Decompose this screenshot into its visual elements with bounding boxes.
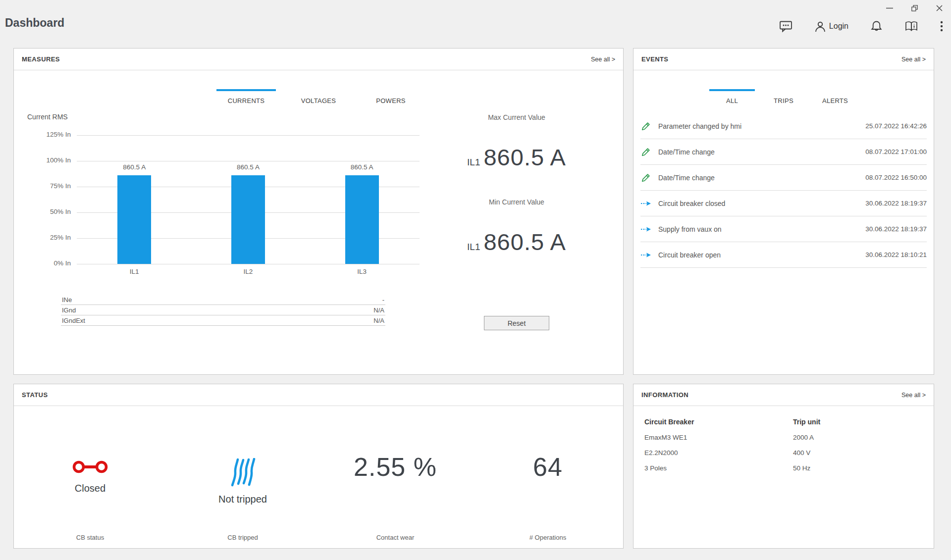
- event-text: Circuit breaker closed: [658, 200, 725, 207]
- kebab-menu-icon[interactable]: [940, 21, 943, 32]
- close-icon[interactable]: [934, 3, 944, 13]
- event-row[interactable]: Circuit breaker open 30.06.2022 18:10:21: [640, 242, 927, 268]
- tab-all[interactable]: ALL: [709, 89, 755, 104]
- contact-wear-value: 2.55 %: [319, 452, 472, 482]
- table-row: INe -: [61, 295, 385, 305]
- chat-bubble-icon[interactable]: [779, 20, 792, 33]
- restore-icon[interactable]: [909, 3, 919, 13]
- status-contact-wear: 2.55 % Contact wear: [319, 406, 472, 548]
- tab-alerts[interactable]: ALERTS: [812, 89, 858, 104]
- tab-powers[interactable]: POWERS: [361, 89, 421, 104]
- pencil-icon: [640, 147, 653, 157]
- dashed-arrow-icon: [640, 200, 653, 207]
- min-big-value: 860.5 A: [483, 228, 566, 255]
- tab-currents[interactable]: CURRENTS: [216, 89, 276, 104]
- information-see-all-link[interactable]: See all >: [901, 392, 926, 399]
- chart-bar-value-label: 860.5 A: [216, 163, 280, 171]
- event-text: Circuit breaker open: [658, 251, 721, 259]
- events-see-all-link[interactable]: See all >: [901, 56, 926, 63]
- minimize-icon[interactable]: [885, 3, 895, 13]
- tab-voltages[interactable]: VOLTAGES: [289, 89, 348, 104]
- bar-chart-plot: 0% In25% In50% In75% In100% In125% In860…: [77, 135, 420, 264]
- event-row[interactable]: Date/Time change 08.07.2022 17:01:00: [640, 139, 927, 165]
- chart-ytick-label: 25% In: [27, 234, 71, 241]
- action-icons: Login: [779, 20, 943, 33]
- chart-category-label: IL2: [216, 268, 280, 275]
- chart-bar-il2: [231, 175, 265, 264]
- measures-panel: MEASURES See all > CURRENTS VOLTAGES POW…: [13, 48, 624, 375]
- tab-trips[interactable]: TRIPS: [761, 89, 806, 104]
- info-row: 2000 A: [793, 434, 932, 441]
- min-phase: IL1: [467, 242, 480, 253]
- event-text: Supply from vaux on: [658, 225, 722, 233]
- measures-title: MEASURES: [22, 55, 60, 63]
- max-big-value: 860.5 A: [483, 144, 566, 171]
- information-title: INFORMATION: [641, 391, 688, 399]
- max-min-block: Max Current Value IL1 860.5 A Min Curren…: [420, 49, 613, 374]
- status-cb-status: Closed CB status: [14, 406, 166, 548]
- book-info-icon[interactable]: [904, 20, 918, 32]
- status-body: Closed CB status Not tripped: [14, 406, 623, 548]
- chart-bar-il3: [345, 175, 379, 264]
- column-header: Circuit Breaker: [644, 418, 783, 426]
- row-label: INe: [62, 296, 72, 304]
- operations-value: 64: [472, 452, 624, 482]
- row-label: IGndExt: [62, 317, 85, 324]
- event-timestamp: 30.06.2022 18:19:37: [865, 200, 927, 207]
- event-timestamp: 30.06.2022 18:10:21: [865, 251, 927, 258]
- chart-gridline: [77, 161, 420, 161]
- chart-ytick-label: 0% In: [27, 259, 71, 267]
- event-timestamp: 08.07.2022 17:01:00: [865, 148, 927, 155]
- max-current-label: Max Current Value: [420, 113, 613, 121]
- circuit-breaker-column: Circuit Breaker EmaxM3 WE1 E2.2N2000 3 P…: [644, 418, 783, 480]
- not-tripped-icon: [229, 458, 256, 487]
- information-body: Circuit Breaker EmaxM3 WE1 E2.2N2000 3 P…: [634, 406, 934, 548]
- neutral-currents-table: INe - IGnd N/A IGndExt N/A: [61, 295, 385, 326]
- dashed-arrow-icon: [640, 252, 653, 258]
- pencil-icon: [640, 173, 653, 183]
- contact-wear-label: Contact wear: [319, 534, 472, 541]
- table-row: IGndExt N/A: [61, 315, 385, 326]
- information-panel: INFORMATION See all > Circuit Breaker Em…: [633, 384, 934, 549]
- event-row[interactable]: Date/Time change 08.07.2022 16:50:00: [640, 165, 927, 191]
- reset-button[interactable]: Reset: [484, 316, 549, 330]
- bell-icon[interactable]: [870, 20, 883, 33]
- table-row: IGnd N/A: [61, 305, 385, 315]
- events-header: EVENTS See all >: [634, 49, 934, 70]
- status-cb-tripped: Not tripped CB tripped: [166, 406, 319, 548]
- cb-status-label: CB status: [14, 534, 166, 541]
- events-list: Parameter changed by hmi 25.07.2022 16:4…: [640, 113, 927, 268]
- dashboard-app: Dashboard: [0, 0, 951, 560]
- event-row[interactable]: Parameter changed by hmi 25.07.2022 16:4…: [640, 113, 927, 139]
- login-button[interactable]: Login: [814, 20, 848, 33]
- info-row: E2.2N2000: [644, 449, 783, 457]
- row-label: IGnd: [62, 306, 76, 314]
- closed-breaker-icon: [72, 458, 108, 476]
- chart-gridline: [77, 135, 420, 136]
- chart-ytick-label: 50% In: [27, 208, 71, 215]
- topbar: Dashboard: [0, 0, 951, 47]
- chart-ytick-label: 125% In: [27, 131, 71, 138]
- chart-category-label: IL3: [330, 268, 394, 275]
- dashed-arrow-icon: [640, 226, 653, 233]
- cb-status-value: Closed: [14, 483, 166, 494]
- min-current-label: Min Current Value: [420, 198, 613, 206]
- max-current-value: IL1 860.5 A: [420, 144, 613, 171]
- page-title: Dashboard: [5, 16, 64, 30]
- events-title: EVENTS: [641, 55, 668, 63]
- chart-ytick-label: 75% In: [27, 182, 71, 190]
- info-row: 400 V: [793, 449, 932, 457]
- chart-bar-il1: [117, 175, 151, 264]
- min-current-value: IL1 860.5 A: [420, 228, 613, 255]
- chart-category-label: IL1: [102, 268, 166, 275]
- chart-bar-value-label: 860.5 A: [330, 163, 394, 171]
- trip-unit-column: Trip unit 2000 A 400 V 50 Hz: [793, 418, 932, 480]
- row-value: N/A: [373, 317, 384, 324]
- event-row[interactable]: Supply from vaux on 30.06.2022 18:19:37: [640, 216, 927, 242]
- event-text: Date/Time change: [658, 174, 715, 182]
- max-phase: IL1: [467, 157, 480, 168]
- status-header: STATUS: [14, 384, 623, 406]
- event-timestamp: 08.07.2022 16:50:00: [865, 174, 927, 181]
- event-row[interactable]: Circuit breaker closed 30.06.2022 18:19:…: [640, 191, 927, 216]
- login-label: Login: [829, 22, 848, 31]
